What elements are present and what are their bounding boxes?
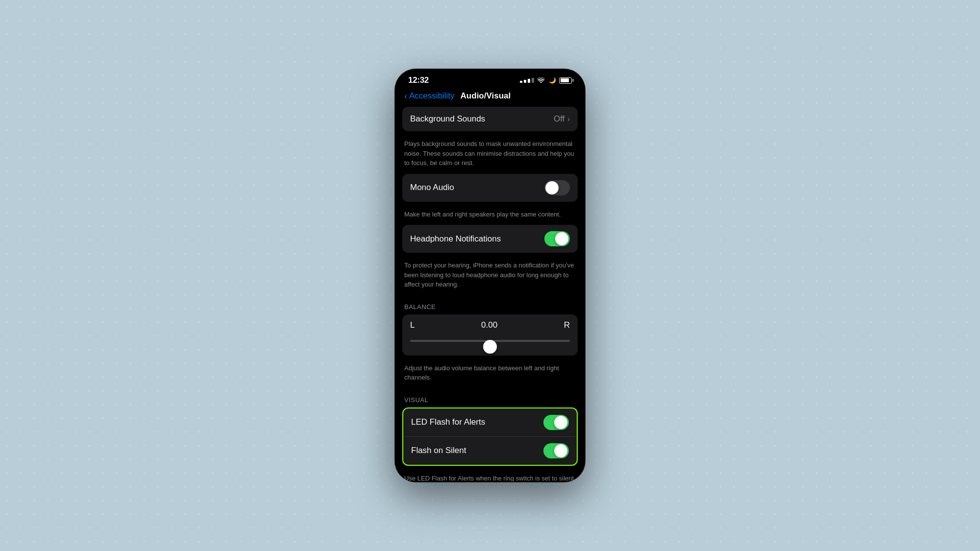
- visual-card: LED Flash for Alerts Flash on Silent: [402, 407, 578, 466]
- balance-right-label: R: [564, 320, 570, 330]
- mono-audio-card: Mono Audio: [402, 174, 578, 202]
- mono-audio-label: Mono Audio: [410, 183, 454, 192]
- back-chevron-icon: ‹: [404, 92, 407, 100]
- balance-labels: L 0.00 R: [410, 320, 570, 330]
- balance-card: L 0.00 R: [402, 314, 578, 356]
- visual-section-label: VISUAL: [402, 388, 578, 407]
- headphone-notifications-row: Headphone Notifications: [402, 225, 578, 253]
- headphone-notifications-toggle-thumb: [555, 232, 568, 245]
- balance-left-label: L: [410, 320, 415, 330]
- back-label: Accessibility: [409, 91, 455, 101]
- nav-header: ‹ Accessibility Audio/Visual: [394, 89, 586, 107]
- headphone-notifications-description: To protect your hearing, iPhone sends a …: [402, 257, 578, 295]
- background-sounds-description: Plays background sounds to mask unwanted…: [402, 135, 578, 174]
- mono-audio-row: Mono Audio: [402, 174, 578, 202]
- content-area: Background Sounds Off › Plays background…: [394, 107, 586, 481]
- balance-description: Adjust the audio volume balance between …: [402, 359, 578, 388]
- status-icons: 🌙: [520, 77, 572, 84]
- headphone-notifications-card: Headphone Notifications: [402, 225, 578, 253]
- mono-audio-toggle[interactable]: [544, 180, 570, 195]
- battery-icon: [559, 77, 572, 84]
- led-flash-label: LED Flash for Alerts: [411, 417, 485, 427]
- battery-fill: [561, 78, 569, 82]
- background-sounds-value: Off ›: [554, 114, 570, 124]
- flash-on-silent-label: Flash on Silent: [411, 446, 466, 455]
- signal-icon: [520, 78, 534, 83]
- flash-on-silent-row: Flash on Silent: [403, 437, 577, 465]
- headphone-notifications-label: Headphone Notifications: [410, 234, 501, 244]
- background-sounds-row[interactable]: Background Sounds Off ›: [402, 107, 578, 131]
- balance-value: 0.00: [481, 320, 497, 330]
- background-sounds-card: Background Sounds Off ›: [402, 107, 578, 131]
- status-bar: 12:32 🌙: [394, 69, 586, 89]
- mono-audio-description: Make the left and right speakers play th…: [402, 206, 578, 225]
- phone-frame: 12:32 🌙: [394, 69, 586, 482]
- led-flash-toggle[interactable]: [543, 415, 569, 430]
- page-title: Audio/Visual: [461, 91, 511, 101]
- visual-description: Use LED Flash for Alerts when the ring s…: [402, 470, 578, 482]
- flash-on-silent-toggle-thumb: [554, 444, 567, 457]
- led-flash-row: LED Flash for Alerts: [403, 408, 577, 437]
- headphone-notifications-toggle[interactable]: [544, 231, 570, 246]
- balance-slider-track[interactable]: [410, 334, 570, 348]
- moon-icon: 🌙: [549, 77, 556, 84]
- background-sounds-status: Off: [554, 114, 564, 124]
- chevron-right-icon: ›: [567, 115, 570, 123]
- mono-audio-toggle-thumb: [545, 181, 559, 194]
- status-time: 12:32: [408, 75, 429, 85]
- flash-on-silent-toggle[interactable]: [543, 443, 569, 458]
- balance-section-label: BALANCE: [402, 295, 578, 314]
- wifi-icon: [537, 77, 545, 84]
- background-sounds-label: Background Sounds: [410, 114, 485, 124]
- led-flash-toggle-thumb: [554, 416, 567, 429]
- back-button[interactable]: ‹ Accessibility: [404, 91, 455, 101]
- balance-slider-thumb[interactable]: [483, 340, 497, 354]
- balance-slider-line: [410, 340, 570, 342]
